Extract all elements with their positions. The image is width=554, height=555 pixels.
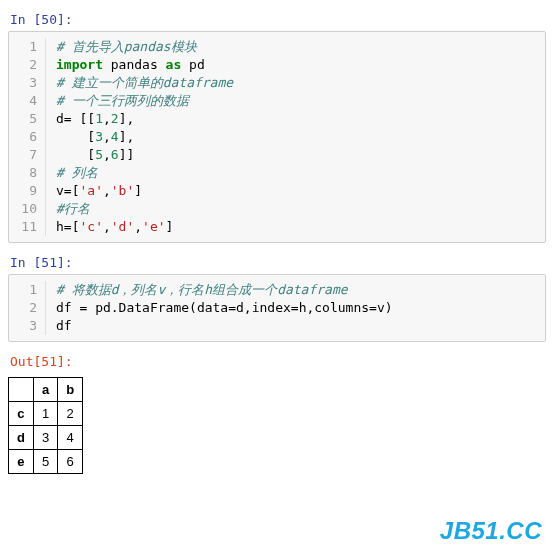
- code-line[interactable]: #行名: [56, 200, 535, 218]
- table-cell: 6: [58, 450, 83, 474]
- code-line[interactable]: v=['a','b']: [56, 182, 535, 200]
- table-cell: 2: [58, 402, 83, 426]
- line-number: 10: [15, 200, 37, 218]
- line-number: 9: [15, 182, 37, 200]
- code-body[interactable]: # 首先导入pandas模块import pandas as pd# 建立一个简…: [46, 38, 545, 236]
- code-cell: In [50]:1234567891011# 首先导入pandas模块impor…: [8, 8, 546, 243]
- line-gutter: 123: [9, 281, 46, 335]
- code-line[interactable]: import pandas as pd: [56, 56, 535, 74]
- code-line[interactable]: df: [56, 317, 535, 335]
- line-number: 2: [15, 299, 37, 317]
- line-gutter: 1234567891011: [9, 38, 46, 236]
- input-prompt: In [50]:: [8, 8, 546, 31]
- code-body[interactable]: # 将数据d，列名v，行名h组合成一个dataframedf = pd.Data…: [46, 281, 545, 335]
- line-number: 3: [15, 74, 37, 92]
- line-number: 8: [15, 164, 37, 182]
- row-header: c: [9, 402, 34, 426]
- table-row: e56: [9, 450, 83, 474]
- code-line[interactable]: [5,6]]: [56, 146, 535, 164]
- line-number: 5: [15, 110, 37, 128]
- table-cell: 4: [58, 426, 83, 450]
- code-line[interactable]: # 将数据d，列名v，行名h组合成一个dataframe: [56, 281, 535, 299]
- output-prompt: Out[51]:: [8, 350, 546, 373]
- row-header: d: [9, 426, 34, 450]
- column-header: b: [58, 378, 83, 402]
- code-line[interactable]: h=['c','d','e']: [56, 218, 535, 236]
- line-number: 11: [15, 218, 37, 236]
- code-area[interactable]: 123# 将数据d，列名v，行名h组合成一个dataframedf = pd.D…: [8, 274, 546, 342]
- code-line[interactable]: [3,4],: [56, 128, 535, 146]
- line-number: 7: [15, 146, 37, 164]
- table-row: c12: [9, 402, 83, 426]
- input-prompt: In [51]:: [8, 251, 546, 274]
- code-line[interactable]: df = pd.DataFrame(data=d,index=h,columns…: [56, 299, 535, 317]
- row-header: e: [9, 450, 34, 474]
- column-header: a: [33, 378, 57, 402]
- code-area[interactable]: 1234567891011# 首先导入pandas模块import pandas…: [8, 31, 546, 243]
- code-line[interactable]: d= [[1,2],: [56, 110, 535, 128]
- line-number: 1: [15, 38, 37, 56]
- line-number: 6: [15, 128, 37, 146]
- table-cell: 3: [33, 426, 57, 450]
- code-cell: In [51]:123# 将数据d，列名v，行名h组合成一个dataframed…: [8, 251, 546, 342]
- table-cell: 1: [33, 402, 57, 426]
- line-number: 2: [15, 56, 37, 74]
- line-number: 4: [15, 92, 37, 110]
- table-corner: [9, 378, 34, 402]
- line-number: 3: [15, 317, 37, 335]
- code-line[interactable]: # 首先导入pandas模块: [56, 38, 535, 56]
- code-line[interactable]: # 列名: [56, 164, 535, 182]
- code-line[interactable]: # 建立一个简单的dataframe: [56, 74, 535, 92]
- line-number: 1: [15, 281, 37, 299]
- table-row: d34: [9, 426, 83, 450]
- table-cell: 5: [33, 450, 57, 474]
- code-line[interactable]: # 一个三行两列的数据: [56, 92, 535, 110]
- dataframe-table: abc12d34e56: [8, 377, 83, 474]
